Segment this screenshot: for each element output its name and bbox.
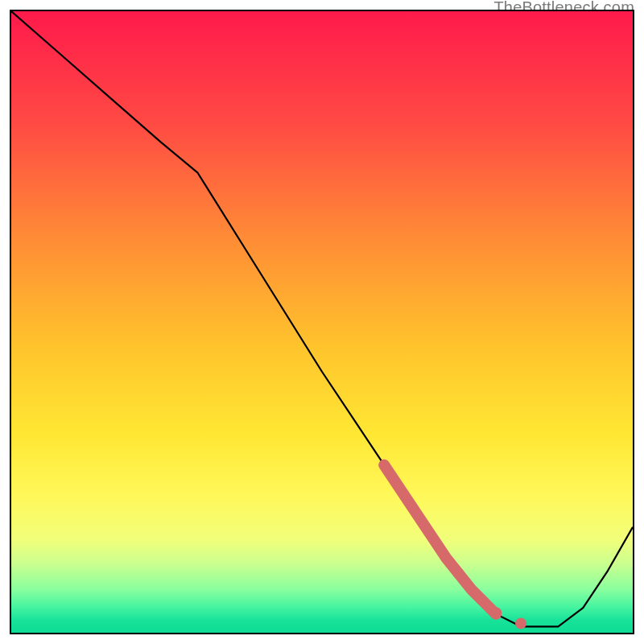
- chart-svg: [11, 11, 633, 633]
- highlight-segment: [384, 465, 496, 614]
- marker-dot-2: [515, 617, 526, 629]
- bottleneck-curve: [11, 11, 633, 626]
- marker-dot-0: [453, 568, 464, 580]
- marker-dot-1: [490, 607, 502, 618]
- chart-container: TheBottleneck.com: [0, 0, 644, 644]
- plot-area: [10, 10, 634, 634]
